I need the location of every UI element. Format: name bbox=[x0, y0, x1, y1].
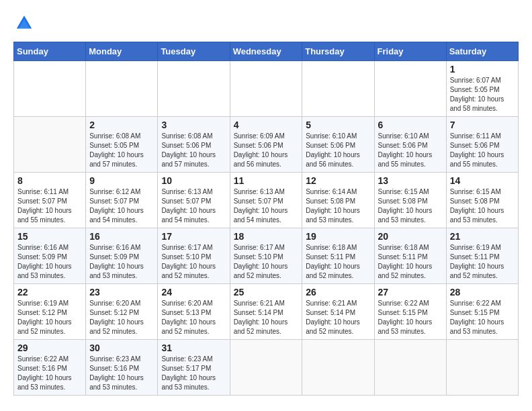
calendar-cell: 24 Sunrise: 6:20 AM Sunset: 5:13 PM Dayl… bbox=[158, 284, 230, 340]
weekday-header: Sunday bbox=[14, 42, 86, 61]
day-info: Sunrise: 6:18 AM Sunset: 5:11 PM Dayligh… bbox=[378, 243, 443, 281]
day-info: Sunrise: 6:16 AM Sunset: 5:09 PM Dayligh… bbox=[89, 243, 154, 281]
calendar-week-row: 22 Sunrise: 6:19 AM Sunset: 5:12 PM Dayl… bbox=[14, 284, 519, 340]
calendar-cell bbox=[230, 61, 302, 117]
day-info: Sunrise: 6:22 AM Sunset: 5:15 PM Dayligh… bbox=[378, 299, 443, 336]
calendar-cell: 6 Sunrise: 6:10 AM Sunset: 5:06 PM Dayli… bbox=[374, 117, 446, 173]
calendar-cell bbox=[86, 61, 158, 117]
day-info: Sunrise: 6:23 AM Sunset: 5:16 PM Dayligh… bbox=[89, 355, 154, 392]
calendar-cell: 26 Sunrise: 6:21 AM Sunset: 5:14 PM Dayl… bbox=[302, 284, 374, 340]
day-info: Sunrise: 6:10 AM Sunset: 5:06 PM Dayligh… bbox=[378, 132, 443, 169]
calendar-cell bbox=[302, 340, 374, 396]
calendar-cell bbox=[302, 61, 374, 117]
day-number: 30 bbox=[89, 342, 154, 353]
calendar-cell bbox=[374, 61, 446, 117]
day-info: Sunrise: 6:08 AM Sunset: 5:05 PM Dayligh… bbox=[89, 132, 154, 169]
day-info: Sunrise: 6:13 AM Sunset: 5:07 PM Dayligh… bbox=[161, 187, 226, 225]
calendar-cell: 11 Sunrise: 6:13 AM Sunset: 5:07 PM Dayl… bbox=[230, 173, 302, 228]
calendar-cell: 7 Sunrise: 6:11 AM Sunset: 5:06 PM Dayli… bbox=[446, 117, 518, 173]
day-number: 20 bbox=[378, 231, 443, 242]
calendar-cell: 12 Sunrise: 6:14 AM Sunset: 5:08 PM Dayl… bbox=[302, 173, 374, 228]
calendar-week-row: 29 Sunrise: 6:22 AM Sunset: 5:16 PM Dayl… bbox=[14, 340, 519, 396]
day-info: Sunrise: 6:16 AM Sunset: 5:09 PM Dayligh… bbox=[17, 243, 82, 281]
calendar-cell: 29 Sunrise: 6:22 AM Sunset: 5:16 PM Dayl… bbox=[14, 340, 86, 396]
day-number: 22 bbox=[17, 287, 82, 298]
day-info: Sunrise: 6:22 AM Sunset: 5:16 PM Dayligh… bbox=[17, 355, 82, 392]
calendar-week-row: 15 Sunrise: 6:16 AM Sunset: 5:09 PM Dayl… bbox=[14, 228, 519, 284]
day-number: 29 bbox=[17, 342, 82, 353]
day-number: 2 bbox=[89, 120, 154, 130]
day-info: Sunrise: 6:15 AM Sunset: 5:08 PM Dayligh… bbox=[450, 187, 515, 225]
day-number: 14 bbox=[450, 175, 515, 186]
calendar-cell: 31 Sunrise: 6:23 AM Sunset: 5:17 PM Dayl… bbox=[158, 340, 230, 396]
day-info: Sunrise: 6:20 AM Sunset: 5:12 PM Dayligh… bbox=[89, 299, 154, 336]
calendar-cell: 3 Sunrise: 6:08 AM Sunset: 5:06 PM Dayli… bbox=[158, 117, 230, 173]
logo bbox=[13, 13, 38, 35]
day-number: 7 bbox=[450, 120, 515, 130]
calendar-cell: 8 Sunrise: 6:11 AM Sunset: 5:07 PM Dayli… bbox=[14, 173, 86, 228]
day-info: Sunrise: 6:15 AM Sunset: 5:08 PM Dayligh… bbox=[378, 187, 443, 225]
calendar-cell: 20 Sunrise: 6:18 AM Sunset: 5:11 PM Dayl… bbox=[374, 228, 446, 284]
calendar-cell: 15 Sunrise: 6:16 AM Sunset: 5:09 PM Dayl… bbox=[14, 228, 86, 284]
day-info: Sunrise: 6:18 AM Sunset: 5:11 PM Dayligh… bbox=[306, 243, 370, 281]
day-number: 13 bbox=[378, 175, 443, 186]
day-info: Sunrise: 6:19 AM Sunset: 5:12 PM Dayligh… bbox=[17, 299, 82, 336]
day-number: 15 bbox=[17, 231, 82, 242]
calendar-header-row: SundayMondayTuesdayWednesdayThursdayFrid… bbox=[14, 42, 519, 61]
calendar-cell: 5 Sunrise: 6:10 AM Sunset: 5:06 PM Dayli… bbox=[302, 117, 374, 173]
day-info: Sunrise: 6:17 AM Sunset: 5:10 PM Dayligh… bbox=[161, 243, 226, 281]
day-info: Sunrise: 6:21 AM Sunset: 5:14 PM Dayligh… bbox=[234, 299, 299, 336]
calendar-cell: 13 Sunrise: 6:15 AM Sunset: 5:08 PM Dayl… bbox=[374, 173, 446, 228]
calendar-cell: 21 Sunrise: 6:19 AM Sunset: 5:11 PM Dayl… bbox=[446, 228, 518, 284]
calendar-cell: 19 Sunrise: 6:18 AM Sunset: 5:11 PM Dayl… bbox=[302, 228, 374, 284]
weekday-header: Friday bbox=[374, 42, 446, 61]
calendar-week-row: 1 Sunrise: 6:07 AM Sunset: 5:05 PM Dayli… bbox=[14, 61, 519, 117]
calendar-cell: 23 Sunrise: 6:20 AM Sunset: 5:12 PM Dayl… bbox=[86, 284, 158, 340]
weekday-header: Monday bbox=[86, 42, 158, 61]
day-number: 4 bbox=[234, 120, 299, 130]
day-info: Sunrise: 6:20 AM Sunset: 5:13 PM Dayligh… bbox=[161, 299, 226, 336]
calendar-cell: 18 Sunrise: 6:17 AM Sunset: 5:10 PM Dayl… bbox=[230, 228, 302, 284]
calendar-cell bbox=[374, 340, 446, 396]
calendar-cell: 16 Sunrise: 6:16 AM Sunset: 5:09 PM Dayl… bbox=[86, 228, 158, 284]
calendar-cell: 9 Sunrise: 6:12 AM Sunset: 5:07 PM Dayli… bbox=[86, 173, 158, 228]
day-info: Sunrise: 6:19 AM Sunset: 5:11 PM Dayligh… bbox=[450, 243, 515, 281]
day-number: 18 bbox=[234, 231, 299, 242]
day-info: Sunrise: 6:10 AM Sunset: 5:06 PM Dayligh… bbox=[306, 132, 370, 169]
day-number: 6 bbox=[378, 120, 443, 130]
calendar-cell: 30 Sunrise: 6:23 AM Sunset: 5:16 PM Dayl… bbox=[86, 340, 158, 396]
calendar-cell: 28 Sunrise: 6:22 AM Sunset: 5:15 PM Dayl… bbox=[446, 284, 518, 340]
day-number: 24 bbox=[161, 287, 226, 298]
calendar-cell bbox=[14, 61, 86, 117]
day-info: Sunrise: 6:23 AM Sunset: 5:17 PM Dayligh… bbox=[161, 355, 226, 392]
day-number: 9 bbox=[89, 175, 154, 186]
day-number: 19 bbox=[306, 231, 370, 242]
day-number: 23 bbox=[89, 287, 154, 298]
day-number: 1 bbox=[450, 64, 515, 75]
day-info: Sunrise: 6:11 AM Sunset: 5:06 PM Dayligh… bbox=[450, 132, 515, 169]
calendar-table: SundayMondayTuesdayWednesdayThursdayFrid… bbox=[13, 42, 519, 396]
day-info: Sunrise: 6:07 AM Sunset: 5:05 PM Dayligh… bbox=[450, 76, 515, 113]
day-number: 5 bbox=[306, 120, 370, 130]
day-number: 31 bbox=[161, 342, 226, 353]
day-number: 10 bbox=[161, 175, 226, 186]
logo-icon bbox=[13, 13, 35, 35]
day-number: 3 bbox=[161, 120, 226, 130]
day-info: Sunrise: 6:14 AM Sunset: 5:08 PM Dayligh… bbox=[306, 187, 370, 225]
day-number: 11 bbox=[234, 175, 299, 186]
weekday-header: Thursday bbox=[302, 42, 374, 61]
calendar-cell bbox=[230, 340, 302, 396]
day-info: Sunrise: 6:12 AM Sunset: 5:07 PM Dayligh… bbox=[89, 187, 154, 225]
day-info: Sunrise: 6:22 AM Sunset: 5:15 PM Dayligh… bbox=[450, 299, 515, 336]
calendar-cell bbox=[14, 117, 86, 173]
day-info: Sunrise: 6:11 AM Sunset: 5:07 PM Dayligh… bbox=[17, 187, 82, 225]
day-info: Sunrise: 6:13 AM Sunset: 5:07 PM Dayligh… bbox=[234, 187, 299, 225]
weekday-header: Wednesday bbox=[230, 42, 302, 61]
calendar-cell: 1 Sunrise: 6:07 AM Sunset: 5:05 PM Dayli… bbox=[446, 61, 518, 117]
calendar-cell: 10 Sunrise: 6:13 AM Sunset: 5:07 PM Dayl… bbox=[158, 173, 230, 228]
calendar-cell: 4 Sunrise: 6:09 AM Sunset: 5:06 PM Dayli… bbox=[230, 117, 302, 173]
weekday-header: Saturday bbox=[446, 42, 518, 61]
day-info: Sunrise: 6:21 AM Sunset: 5:14 PM Dayligh… bbox=[306, 299, 370, 336]
calendar-cell: 25 Sunrise: 6:21 AM Sunset: 5:14 PM Dayl… bbox=[230, 284, 302, 340]
weekday-header: Tuesday bbox=[158, 42, 230, 61]
